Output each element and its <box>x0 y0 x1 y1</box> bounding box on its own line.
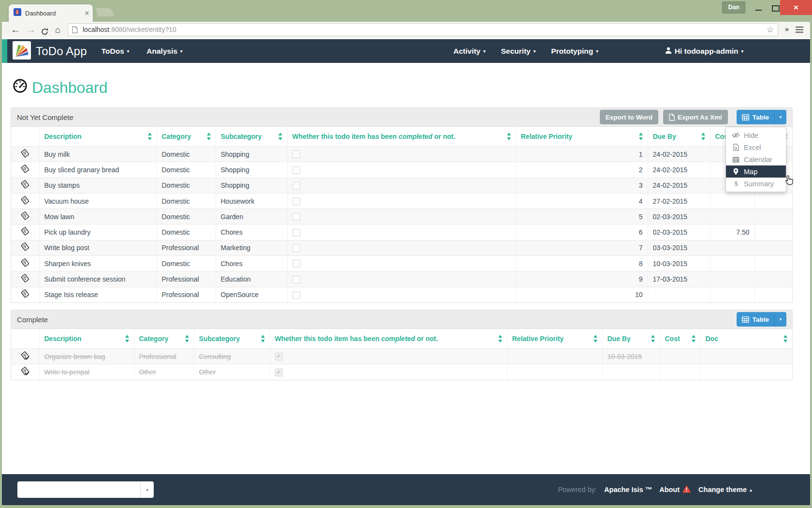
close-button[interactable]: × <box>780 0 812 15</box>
table-view-caret-button[interactable]: ▾ <box>774 312 786 327</box>
nav-menu-analysis[interactable]: Analysis▾ <box>146 47 182 56</box>
sort-icon[interactable] <box>651 335 655 343</box>
app-brand[interactable]: ToDo App <box>13 41 87 61</box>
sort-icon[interactable] <box>207 133 211 140</box>
bookmark-star-icon[interactable]: ☆ <box>767 25 774 35</box>
column-header-due-by[interactable]: Due By <box>648 127 710 147</box>
sort-icon[interactable] <box>261 335 265 343</box>
completed-checkbox[interactable] <box>292 197 300 205</box>
browser-tab[interactable]: Dashboard × <box>9 4 93 22</box>
column-header-category[interactable]: Category <box>157 127 216 147</box>
cell-description[interactable]: Submit conference session <box>39 271 157 287</box>
completed-checkbox[interactable] <box>292 276 300 284</box>
select-dropdown-icon[interactable]: ▾ <box>140 481 154 498</box>
menu-item-calendar[interactable]: Calendar <box>726 153 786 165</box>
export-as-xml-button[interactable]: Export As Xml <box>663 110 728 124</box>
change-theme-link[interactable]: Change theme ▴ <box>698 486 752 493</box>
column-header-relative-priority[interactable]: Relative Priority <box>516 127 648 147</box>
todo-item-icon <box>21 277 29 284</box>
page-title: Dashboard <box>13 78 108 97</box>
nav-menu-todos[interactable]: ToDos▾ <box>102 47 130 56</box>
browser-menu-icon[interactable] <box>796 27 803 33</box>
address-bar[interactable]: localhost:8080/wicket/entity?10 ☆ <box>68 23 778 36</box>
sort-icon[interactable] <box>185 335 189 343</box>
cell-description[interactable]: Mow lawn <box>39 209 157 224</box>
completed-checkbox[interactable]: ✓ <box>275 353 283 360</box>
forward-icon[interactable]: → <box>26 23 36 37</box>
cell-icon <box>11 209 39 224</box>
completed-checkbox[interactable] <box>292 182 300 190</box>
sort-icon[interactable] <box>148 133 152 140</box>
sort-icon[interactable] <box>701 133 706 140</box>
completed-checkbox[interactable] <box>292 229 300 237</box>
cell-description[interactable]: Write to penpal <box>39 364 134 380</box>
column-header-cost[interactable]: Cost <box>660 329 700 349</box>
cell-description[interactable]: Sharpen knives <box>39 256 157 271</box>
menu-item-summary[interactable]: $Summary <box>726 178 786 190</box>
export-to-word-button[interactable]: Export to Word <box>600 110 658 124</box>
new-tab-button[interactable] <box>95 8 115 16</box>
table-view-button[interactable]: Table <box>737 110 774 124</box>
completed-checkbox[interactable] <box>292 166 300 174</box>
column-header-whether-this-todo-item-has-bee[interactable]: Whether this todo item has been complete… <box>287 127 516 147</box>
chevron-down-icon: ▾ <box>483 49 486 54</box>
completed-checkbox[interactable] <box>292 244 300 252</box>
completed-checkbox[interactable]: ✓ <box>275 369 283 376</box>
completed-checkbox[interactable] <box>292 213 300 221</box>
about-link[interactable]: About <box>659 485 691 494</box>
sort-icon[interactable] <box>498 335 503 343</box>
cell-subcategory: Other <box>194 364 270 380</box>
cell-description[interactable]: Stage Isis release <box>39 287 157 302</box>
sort-icon[interactable] <box>594 335 598 343</box>
nav-menu-activity[interactable]: Activity▾ <box>453 47 486 56</box>
completed-checkbox[interactable] <box>292 150 300 158</box>
sort-icon[interactable] <box>507 133 511 140</box>
nav-menu-prototyping[interactable]: Prototyping▾ <box>551 47 598 56</box>
cell-description[interactable]: Vacuum house <box>39 193 157 209</box>
column-header-description[interactable]: Description <box>39 127 157 147</box>
column-header-due-by[interactable]: Due By <box>602 329 660 349</box>
sort-icon[interactable] <box>125 335 130 343</box>
completed-checkbox[interactable] <box>292 291 300 299</box>
cell-description[interactable]: Buy stamps <box>39 178 157 193</box>
column-header-description[interactable]: Description <box>39 329 134 349</box>
theme-select[interactable]: ▾ <box>17 481 154 498</box>
chevron-down-icon: ▾ <box>534 49 536 54</box>
apache-isis-link[interactable]: Apache Isis ™ <box>604 486 652 493</box>
nav-menu-security[interactable]: Security▾ <box>501 47 536 56</box>
table-view-caret-button[interactable]: ▾ <box>774 110 786 124</box>
menu-item-hide[interactable]: Hide <box>726 129 786 141</box>
cell-description[interactable]: Organize brown bag <box>39 349 134 364</box>
extensions-overflow-icon[interactable]: » <box>785 25 789 33</box>
completed-checkbox[interactable] <box>292 260 300 268</box>
cell-icon <box>11 256 39 271</box>
back-icon[interactable]: ← <box>11 23 20 37</box>
cell-due-by <box>602 364 660 380</box>
user-menu[interactable]: Hi todoapp-admin ▾ <box>665 47 743 56</box>
sort-icon[interactable] <box>692 335 696 343</box>
menu-item-excel[interactable]: Excel <box>726 141 786 153</box>
cell-icon <box>11 224 39 240</box>
menu-item-map[interactable]: Map <box>726 165 786 178</box>
cell-description[interactable]: Buy sliced granary bread <box>39 162 157 178</box>
column-header-relative-priority[interactable]: Relative Priority <box>507 329 602 349</box>
column-header-category[interactable]: Category <box>134 329 194 349</box>
column-header-subcategory[interactable]: Subcategory <box>194 329 270 349</box>
home-icon[interactable]: ⌂ <box>55 23 60 37</box>
column-header-doc[interactable]: Doc <box>700 329 792 349</box>
column-header-subcategory[interactable]: Subcategory <box>216 127 287 147</box>
cell-description[interactable]: Write blog post <box>39 240 157 255</box>
sort-icon[interactable] <box>783 335 788 343</box>
sort-icon[interactable] <box>278 133 283 140</box>
table-view-button[interactable]: Table <box>737 312 774 327</box>
profile-badge[interactable]: Dan <box>722 1 745 14</box>
minimize-button[interactable] <box>751 3 766 14</box>
cell-doc <box>754 256 792 271</box>
cell-due-by <box>648 287 710 302</box>
sort-icon[interactable] <box>639 133 643 140</box>
cell-description[interactable]: Pick up laundry <box>39 224 157 240</box>
cell-description[interactable]: Buy milk <box>39 147 157 162</box>
column-header-whether-this-todo-item-has-bee[interactable]: Whether this todo item has been complete… <box>270 329 507 349</box>
cell-subcategory: Chores <box>216 256 287 271</box>
tab-close-icon[interactable]: × <box>85 10 89 16</box>
